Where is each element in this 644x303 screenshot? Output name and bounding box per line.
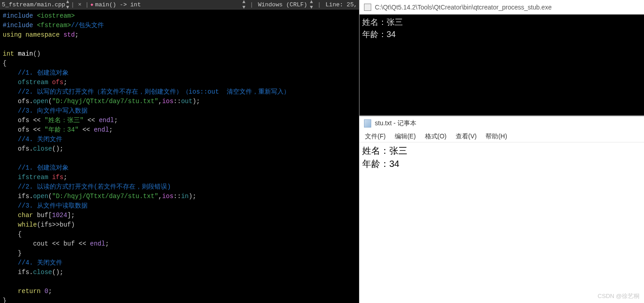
console-line: 年龄：34	[362, 28, 641, 41]
updown-icon[interactable]: ▲▼	[243, 0, 246, 10]
notepad-icon	[364, 119, 371, 128]
updown-icon[interactable]: ▲▼	[66, 0, 69, 10]
console-titlebar[interactable]: C:\Qt\Qt5.14.2\Tools\QtCreator\bin\qtcre…	[359, 0, 644, 14]
notepad-menubar: 文件(F) 编辑(E) 格式(O) 查看(V) 帮助(H)	[359, 131, 644, 142]
notepad-line: 年龄：34	[362, 157, 641, 170]
notepad-line: 姓名：张三	[362, 144, 641, 157]
menu-file[interactable]: 文件(F)	[361, 132, 389, 142]
notepad-window: stu.txt - 记事本 文件(F) 编辑(E) 格式(O) 查看(V) 帮助…	[359, 115, 644, 303]
file-path-text[interactable]: 5_fstream/main.cpp	[2, 1, 65, 8]
console-output[interactable]: 姓名：张三 年龄：34	[359, 14, 644, 115]
editor-toolbar: 5_fstream/main.cpp ▲▼ | × | ◆ main() -> …	[0, 0, 359, 9]
breadcrumb-function[interactable]: main() -> int	[95, 1, 141, 8]
menu-help[interactable]: 帮助(H)	[482, 132, 510, 142]
separator: |	[85, 1, 89, 8]
notepad-content[interactable]: 姓名：张三 年龄：34	[359, 142, 644, 303]
console-window: C:\Qt\Qt5.14.2\Tools\QtCreator\bin\qtcre…	[359, 0, 644, 115]
separator: |	[317, 1, 321, 8]
menu-format[interactable]: 格式(O)	[421, 132, 450, 142]
code-editor-panel: 5_fstream/main.cpp ▲▼ | × | ◆ main() -> …	[0, 0, 359, 303]
separator: |	[71, 1, 75, 8]
console-line: 姓名：张三	[362, 16, 641, 28]
code-area[interactable]: #include <iostream> #include <fstream>//…	[0, 9, 359, 303]
console-title: C:\Qt\Qt5.14.2\Tools\QtCreator\bin\qtcre…	[375, 4, 551, 11]
line-info[interactable]: Line: 25,	[326, 1, 357, 8]
menu-view[interactable]: 查看(V)	[452, 132, 481, 142]
separator: |	[250, 1, 253, 8]
updown-icon[interactable]: ▲▼	[310, 0, 313, 10]
right-panel: C:\Qt\Qt5.14.2\Tools\QtCreator\bin\qtcre…	[359, 0, 644, 303]
close-icon[interactable]: ×	[78, 1, 82, 8]
notepad-title: stu.txt - 记事本	[375, 119, 416, 128]
menu-edit[interactable]: 编辑(E)	[391, 132, 420, 142]
diamond-icon: ◆	[90, 2, 93, 7]
app-icon	[364, 4, 371, 11]
notepad-titlebar[interactable]: stu.txt - 记事本	[359, 116, 644, 131]
encoding-label[interactable]: Windows (CRLF)	[258, 1, 307, 8]
watermark: CSDN @徐艺桐	[597, 292, 639, 300]
